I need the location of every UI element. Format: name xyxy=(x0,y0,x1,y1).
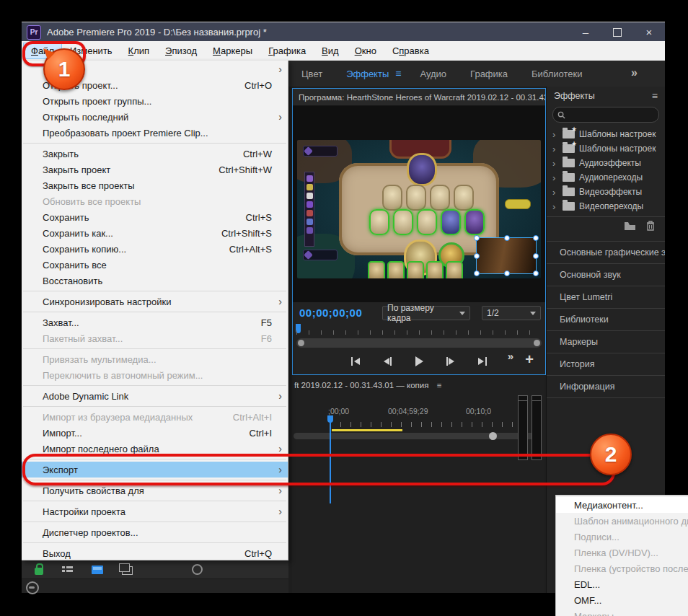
file-menu-item-project-manager[interactable]: Диспетчер проектов... xyxy=(22,524,288,540)
export-menu-item-edl[interactable]: EDL... xyxy=(556,576,688,592)
writable-lock-icon[interactable] xyxy=(35,568,43,575)
timeline-workarea-bar[interactable] xyxy=(332,429,402,431)
file-menu-item-save-all[interactable]: Сохранить все xyxy=(22,257,288,273)
timeline-playhead-marker[interactable] xyxy=(327,415,333,423)
export-menu-item-media[interactable]: Медиаконтент...Ctrl+M xyxy=(556,497,688,513)
effects-group-row[interactable]: ›Аудиоэффекты xyxy=(547,156,665,170)
workspace-tab-Библиотеки[interactable]: Библиотеки xyxy=(532,69,582,79)
workspace-tab-Аудио[interactable]: Аудио xyxy=(420,69,446,79)
panel-tab-4[interactable]: Маркеры xyxy=(547,330,665,353)
expand-chevron-icon[interactable]: › xyxy=(552,187,558,198)
export-menu-item-captions[interactable]: Подписи... xyxy=(556,529,688,545)
panel-tab-0[interactable]: Основные графические эл xyxy=(547,241,665,263)
file-menu-item-close-project[interactable]: Закрыть проектCtrl+Shift+W xyxy=(22,162,288,177)
workspace-tab-Графика[interactable]: Графика xyxy=(470,69,508,79)
maximize-button[interactable] xyxy=(601,22,633,42)
menubar-item-markers[interactable]: Маркеры xyxy=(205,43,260,59)
scrollbar-right-handle[interactable] xyxy=(534,340,540,346)
effects-group-row[interactable]: ›★Шаблоны настроек xyxy=(547,127,665,141)
file-menu-item-batch-capture[interactable]: Пакетный захват...F6 xyxy=(22,330,288,346)
play-button[interactable] xyxy=(411,353,427,369)
file-menu-item-link-media[interactable]: Привязать мультимедиа... xyxy=(22,351,288,367)
file-menu-item-open-team-project[interactable]: Открыть проект группы... xyxy=(22,93,288,109)
zoom-slider-handle[interactable] xyxy=(192,564,203,575)
project-panel-toolbar xyxy=(22,560,288,579)
add-button[interactable]: + xyxy=(525,353,534,366)
effects-group-row[interactable]: ›Аудиопереходы xyxy=(547,170,665,185)
file-menu-item-close-all-projects[interactable]: Закрыть все проекты xyxy=(22,177,288,193)
file-menu-item-open-recent[interactable]: Открыть последний› xyxy=(22,109,288,125)
mark-in-button[interactable] xyxy=(348,353,363,369)
tabs-overflow-icon[interactable]: » xyxy=(631,66,638,79)
panel-menu-icon[interactable]: ≡ xyxy=(437,381,442,390)
workspace-tab-Эффекты[interactable]: Эффекты xyxy=(346,69,389,79)
step-back-button[interactable] xyxy=(379,353,395,369)
workspace-tab-Цвет[interactable]: Цвет xyxy=(301,69,322,79)
export-menu-item-tape-dv-hdv[interactable]: Пленка (DV/HDV)... xyxy=(556,545,688,560)
fit-dropdown[interactable]: По размеру кадра xyxy=(382,306,470,320)
effects-group-row[interactable]: ›★Шаблоны настроек xyxy=(547,141,665,156)
timeline-scroll-handle[interactable] xyxy=(489,432,497,440)
panel-tab-5[interactable]: История xyxy=(547,353,665,375)
stacked-panels-icon[interactable] xyxy=(122,566,133,575)
expand-chevron-icon[interactable]: › xyxy=(552,129,558,140)
file-menu-item-refresh-all-projects[interactable]: Обновить все проекты xyxy=(22,193,288,209)
expand-chevron-icon[interactable]: › xyxy=(552,144,558,154)
file-menu-item-import-from-media-browser[interactable]: Импорт из браузера медиаданныхCtrl+Alt+I xyxy=(22,409,288,425)
menubar-item-help[interactable]: Справка xyxy=(384,43,437,59)
panel-tab-6[interactable]: Информация xyxy=(547,375,665,398)
minimize-button[interactable]: – xyxy=(570,22,601,42)
file-menu-item-capture[interactable]: Захват...F5 xyxy=(22,314,288,330)
expand-chevron-icon[interactable]: › xyxy=(552,172,558,183)
export-menu-item-tape-serial-device[interactable]: Пленка (устройство последовательной пере… xyxy=(556,560,688,576)
step-forward-button[interactable] xyxy=(443,353,459,369)
panel-tab-2[interactable]: Цвет Lumetri xyxy=(547,286,665,308)
file-menu-item-save-as[interactable]: Сохранить как...Ctrl+Shift+S xyxy=(22,225,288,241)
file-menu-item-convert-premiere-clip[interactable]: Преобразовать проект Premiere Clip... xyxy=(22,125,288,141)
file-menu-item-project-settings[interactable]: Настройки проекта› xyxy=(22,503,288,519)
export-menu-item-omf[interactable]: OMF... xyxy=(556,592,688,608)
menubar-item-sequence[interactable]: Эпизод xyxy=(157,43,205,59)
tab-menu-icon[interactable]: ≡ xyxy=(395,68,401,79)
scrollbar-left-handle[interactable] xyxy=(298,340,304,346)
program-monitor-header[interactable]: Программа: HearthStone Heroes of Warcraf… xyxy=(293,89,545,106)
export-menu-item-markers[interactable]: Маркеры... xyxy=(556,608,688,616)
menubar-item-clip[interactable]: Клип xyxy=(120,43,157,59)
resolution-dropdown[interactable]: 1/2 xyxy=(482,306,541,320)
panel-tab-1[interactable]: Основной звук xyxy=(547,263,665,286)
effects-search-input[interactable] xyxy=(569,110,651,120)
mark-out-button[interactable] xyxy=(475,353,490,369)
sequence-tab[interactable]: ft 2019.02.12 - 00.31.43.01 — копия ≡ xyxy=(294,381,441,390)
file-menu-item-dynamic-link[interactable]: Adobe Dynamic Link› xyxy=(22,388,288,404)
new-bin-icon[interactable] xyxy=(624,221,636,231)
effects-group-row[interactable]: ›Видеопереходы xyxy=(547,199,665,214)
file-menu-item-save[interactable]: СохранитьCtrl+S xyxy=(22,209,288,225)
file-menu-item-save-copy[interactable]: Сохранить копию...Ctrl+Alt+S xyxy=(22,241,288,257)
icon-view-icon[interactable] xyxy=(92,566,103,574)
webcam-overlay-clip[interactable] xyxy=(476,237,537,274)
file-menu-item-make-offline[interactable]: Переключить в автономный режим... xyxy=(22,367,288,383)
list-view-icon[interactable] xyxy=(62,566,73,574)
trash-icon[interactable] xyxy=(646,221,655,231)
timeline-ruler[interactable] xyxy=(330,418,531,427)
panel-menu-icon[interactable]: ≡ xyxy=(652,90,658,102)
panel-tab-3[interactable]: Библиотеки xyxy=(547,308,665,330)
monitor-scrollbar[interactable] xyxy=(296,338,542,348)
file-menu-item-close[interactable]: ЗакрытьCtrl+W xyxy=(22,146,288,162)
file-menu-item-exit[interactable]: ВыходCtrl+Q xyxy=(22,545,288,561)
file-menu-item-sync-settings[interactable]: Синхронизировать настройки› xyxy=(22,294,288,309)
menubar-item-view[interactable]: Вид xyxy=(314,43,347,59)
menubar-item-graphics[interactable]: Графика xyxy=(260,43,314,59)
more-buttons-icon[interactable]: » xyxy=(508,350,513,362)
file-menu-item-revert[interactable]: Восстановить xyxy=(22,273,288,289)
effects-group-row[interactable]: ›Видеоэффекты xyxy=(547,185,665,199)
current-timecode[interactable]: 00;00;00;00 xyxy=(299,307,362,319)
expand-chevron-icon[interactable]: › xyxy=(552,158,558,169)
close-button[interactable]: × xyxy=(633,22,665,42)
export-menu-item-motion-graphics-template[interactable]: Шаблон анимационного дизайна... xyxy=(556,513,688,529)
menubar-item-window[interactable]: Окно xyxy=(347,43,384,59)
file-menu-item-import[interactable]: Импорт...Ctrl+I xyxy=(22,425,288,441)
expand-chevron-icon[interactable]: › xyxy=(552,201,558,212)
monitor-time-ruler[interactable] xyxy=(296,327,542,335)
effects-search-box[interactable] xyxy=(552,107,659,123)
